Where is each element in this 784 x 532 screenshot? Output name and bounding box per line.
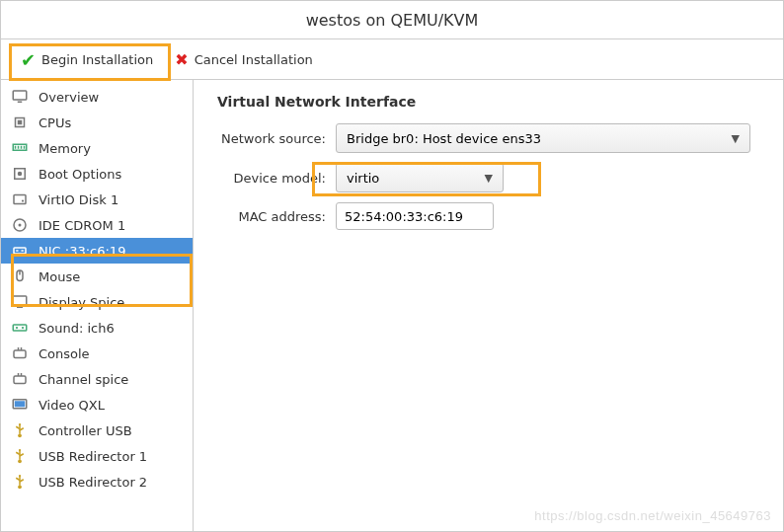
mac-address-label: MAC address:: [217, 209, 336, 224]
network-source-label: Network source:: [217, 131, 336, 146]
svg-rect-22: [13, 325, 27, 331]
svg-point-34: [19, 449, 21, 451]
svg-rect-6: [18, 146, 20, 149]
sidebar-item-label: Memory: [39, 141, 91, 156]
begin-label: Begin Installation: [41, 52, 153, 67]
sidebar-item-disk[interactable]: VirtIO Disk 1: [1, 187, 193, 212]
sidebar-item-usb[interactable]: Controller USB: [1, 418, 193, 443]
monitor-icon: [9, 88, 31, 106]
sidebar-item-boot[interactable]: Boot Options: [1, 161, 193, 187]
svg-rect-25: [14, 350, 26, 358]
mac-address-input[interactable]: [336, 202, 494, 230]
console-icon: [9, 344, 31, 362]
svg-rect-7: [21, 146, 23, 149]
svg-rect-17: [22, 250, 24, 252]
panel-title: Virtual Network Interface: [217, 94, 759, 110]
sidebar-item-label: Boot Options: [39, 167, 121, 182]
svg-rect-26: [14, 376, 26, 384]
svg-point-29: [18, 433, 22, 437]
memory-icon: [9, 139, 31, 157]
usb-icon: [9, 421, 31, 439]
sidebar-item-label: Channel spice: [39, 372, 128, 387]
svg-point-14: [19, 224, 22, 227]
svg-rect-20: [13, 296, 27, 305]
svg-rect-8: [24, 146, 26, 149]
svg-rect-16: [16, 250, 18, 252]
cdrom-icon: [9, 216, 31, 234]
sidebar-item-usb[interactable]: USB Redirector 2: [1, 469, 193, 494]
sidebar-item-label: Display Spice: [39, 295, 124, 310]
svg-point-35: [18, 485, 22, 489]
main-panel: Virtual Network Interface Network source…: [194, 80, 783, 531]
sidebar-item-usb[interactable]: USB Redirector 1: [1, 443, 193, 469]
network-source-dropdown[interactable]: Bridge br0: Host device ens33 ▼: [336, 123, 750, 153]
hardware-sidebar[interactable]: OverviewCPUsMemoryBoot OptionsVirtIO Dis…: [1, 80, 194, 531]
sidebar-item-cpu[interactable]: CPUs: [1, 110, 193, 135]
sidebar-item-monitor[interactable]: Overview: [1, 84, 193, 110]
svg-rect-0: [13, 91, 27, 100]
sidebar-item-mouse[interactable]: Mouse: [1, 264, 193, 289]
disk-icon: [9, 190, 31, 208]
cancel-installation-button[interactable]: ✖ Cancel Installation: [165, 46, 323, 73]
sidebar-item-label: USB Redirector 1: [39, 449, 147, 464]
sidebar-item-nic[interactable]: NIC :33:c6:19: [1, 238, 193, 264]
svg-point-24: [22, 327, 24, 329]
sidebar-item-label: Console: [39, 346, 90, 361]
sidebar-item-sound[interactable]: Sound: ich6: [1, 315, 193, 341]
svg-point-23: [16, 327, 18, 329]
svg-rect-3: [18, 120, 23, 125]
sidebar-item-label: USB Redirector 2: [39, 475, 147, 490]
console-icon: [9, 370, 31, 388]
sidebar-item-label: VirtIO Disk 1: [39, 192, 118, 207]
boot-icon: [9, 165, 31, 183]
chevron-down-icon: ▼: [732, 132, 740, 145]
sidebar-item-console[interactable]: Console: [1, 341, 193, 366]
svg-rect-1: [18, 102, 23, 104]
begin-installation-button[interactable]: ✔ Begin Installation: [11, 45, 163, 74]
device-model-dropdown[interactable]: virtio ▼: [336, 163, 504, 192]
sidebar-item-label: NIC :33:c6:19: [39, 244, 125, 259]
sidebar-item-label: CPUs: [39, 115, 71, 130]
watermark-text: https://blog.csdn.net/weixin_45649763: [534, 508, 771, 523]
toolbar: ✔ Begin Installation ✖ Cancel Installati…: [1, 39, 783, 79]
svg-point-32: [18, 459, 22, 463]
sidebar-item-label: Controller USB: [39, 423, 132, 438]
usb-icon: [9, 473, 31, 491]
chevron-down-icon: ▼: [485, 172, 493, 185]
svg-rect-11: [14, 195, 26, 204]
svg-point-37: [19, 475, 21, 477]
mouse-icon: [9, 267, 31, 285]
check-icon: ✔: [21, 49, 36, 70]
sidebar-item-label: Sound: ich6: [39, 321, 115, 336]
svg-point-31: [19, 423, 21, 425]
cancel-label: Cancel Installation: [195, 52, 313, 67]
sidebar-item-label: Mouse: [39, 269, 80, 284]
sidebar-item-label: IDE CDROM 1: [39, 218, 125, 233]
display-icon: [9, 293, 31, 311]
sidebar-item-console[interactable]: Channel spice: [1, 366, 193, 392]
sidebar-item-display[interactable]: Display Spice: [1, 289, 193, 315]
svg-rect-5: [15, 146, 17, 149]
svg-point-12: [22, 199, 24, 201]
x-icon: ✖: [175, 50, 188, 69]
sidebar-item-memory[interactable]: Memory: [1, 135, 193, 161]
svg-rect-15: [14, 248, 26, 254]
svg-rect-28: [15, 401, 26, 407]
sidebar-item-label: Video QXL: [39, 398, 105, 413]
sidebar-item-video[interactable]: Video QXL: [1, 392, 193, 418]
cpu-icon: [9, 114, 31, 131]
nic-icon: [9, 242, 31, 260]
svg-point-10: [18, 172, 23, 177]
sound-icon: [9, 319, 31, 337]
usb-icon: [9, 447, 31, 465]
svg-rect-21: [17, 307, 23, 309]
device-model-label: Device model:: [217, 171, 336, 186]
sidebar-item-label: Overview: [39, 90, 99, 105]
window-title: westos on QEMU/KVM: [1, 1, 783, 38]
sidebar-item-cdrom[interactable]: IDE CDROM 1: [1, 212, 193, 238]
video-icon: [9, 396, 31, 414]
